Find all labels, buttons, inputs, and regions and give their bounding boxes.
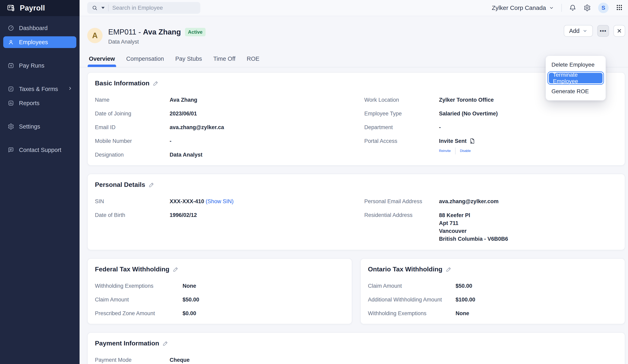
federal-tax-card: Federal Tax Withholding Withholding Exem… xyxy=(87,258,352,324)
field-label: Residential Address xyxy=(364,211,439,243)
disable-link[interactable]: Disable xyxy=(460,149,471,153)
edit-basic-information-button[interactable] xyxy=(153,80,159,86)
tax-cards-row: Federal Tax Withholding Withholding Exem… xyxy=(87,258,625,324)
employee-name: Ava Zhang xyxy=(143,28,181,36)
tab-pay-stubs[interactable]: Pay Stubs xyxy=(175,56,202,67)
user-avatar[interactable]: S xyxy=(598,3,609,13)
portal-access-links: Reinvite Disable xyxy=(439,147,475,154)
sidebar-item-label: Employees xyxy=(19,39,48,46)
apps-grid-button[interactable] xyxy=(616,4,623,12)
search-placeholder: Search in Employee xyxy=(112,5,163,11)
section-title: Payment Information xyxy=(95,340,159,347)
section-title: Basic Information xyxy=(95,79,150,87)
nav-spacer xyxy=(0,74,79,83)
field-value: - xyxy=(439,124,441,131)
pencil-icon xyxy=(173,266,179,272)
sidebar-nav: Dashboard Employees Pay Runs xyxy=(0,16,79,364)
field-value: $0.00 xyxy=(183,310,196,317)
sidebar-item-dashboard[interactable]: Dashboard xyxy=(3,22,76,34)
basic-info-left-column: NameAva Zhang Date of Joining2023/06/01 … xyxy=(95,96,348,158)
personal-details-right-column: Personal Email Addressava.zhang@zylker.c… xyxy=(364,198,618,243)
nav-spacer xyxy=(0,51,79,60)
show-sin-link[interactable]: (Show SIN) xyxy=(206,198,234,204)
field-value: 1996/02/12 xyxy=(170,211,197,219)
address-line: 88 Keefer Pl xyxy=(439,211,508,219)
sidebar-item-employees[interactable]: Employees xyxy=(3,36,76,48)
edit-payment-information-button[interactable] xyxy=(162,340,168,346)
field-label: Work Location xyxy=(364,96,439,104)
section-title: Federal Tax Withholding xyxy=(95,266,169,273)
menu-item-generate-roe[interactable]: Generate ROE xyxy=(546,86,606,97)
search-input[interactable]: Search in Employee xyxy=(87,2,200,14)
field-value: $50.00 xyxy=(456,282,472,290)
sidebar-item-reports[interactable]: Reports xyxy=(3,97,76,109)
nav-spacer xyxy=(0,135,79,144)
close-button[interactable] xyxy=(614,25,625,37)
gear-icon xyxy=(584,4,591,11)
sidebar-item-pay-runs[interactable]: Pay Runs xyxy=(3,60,76,71)
field-label: Name xyxy=(95,96,170,104)
payment-information-card: Payment Information Payment ModeCheque xyxy=(87,332,625,364)
field-value: None xyxy=(183,282,196,290)
more-actions-menu: Delete Employee Terminate Employee Gener… xyxy=(546,56,606,101)
content: A EMP011 - Ava Zhang Active Data Analyst… xyxy=(79,16,628,364)
field-value: Zylker Toronto Office xyxy=(439,96,494,104)
field-label: Designation xyxy=(95,151,170,158)
org-switcher[interactable]: Zylker Corp Canada xyxy=(492,4,554,11)
field-value: $100.00 xyxy=(456,296,475,303)
field-label: Date of Joining xyxy=(95,110,170,117)
address-line: Apt 711 xyxy=(439,219,508,227)
sidebar: Payroll Dashboard Employees xyxy=(0,0,79,364)
pencil-icon xyxy=(446,266,452,272)
more-actions-button[interactable]: ••• xyxy=(597,25,609,37)
field-label: Withholding Exemptions xyxy=(95,282,183,290)
edit-ontario-tax-button[interactable] xyxy=(446,266,452,272)
field-label: Department xyxy=(364,124,439,131)
menu-item-delete-employee[interactable]: Delete Employee xyxy=(546,59,606,70)
basic-information-card: Basic Information NameAva Zhang Date of … xyxy=(87,72,625,166)
tab-overview[interactable]: Overview xyxy=(89,56,115,67)
chevron-down-icon xyxy=(582,28,588,34)
sidebar-item-label: Contact Support xyxy=(19,147,61,153)
field-label: Payment Mode xyxy=(95,356,170,364)
tab-roe[interactable]: ROE xyxy=(247,56,259,67)
sidebar-item-settings[interactable]: Settings xyxy=(3,121,76,132)
sidebar-item-label: Dashboard xyxy=(19,25,48,31)
field-label: SIN xyxy=(95,198,170,205)
employee-header: A EMP011 - Ava Zhang Active Data Analyst… xyxy=(87,16,625,45)
sidebar-item-taxes-forms[interactable]: Taxes & Forms xyxy=(3,83,76,95)
field-label: Prescribed Zone Amount xyxy=(95,310,183,317)
field-value: None xyxy=(456,310,469,317)
invite-status-text: Invite Sent xyxy=(439,137,467,145)
portal-access-value: Invite Sent Reinvite xyxy=(439,137,475,154)
settings-button[interactable] xyxy=(584,4,591,11)
field-value: ava.zhang@zylker.com xyxy=(439,198,499,205)
invite-preview-icon[interactable] xyxy=(469,138,475,144)
edit-personal-details-button[interactable] xyxy=(149,182,155,188)
employee-designation: Data Analyst xyxy=(108,39,206,45)
basic-info-right-column: Work LocationZylker Toronto Office Emplo… xyxy=(364,96,618,158)
tab-compensation[interactable]: Compensation xyxy=(126,56,164,67)
notifications-button[interactable] xyxy=(569,4,576,11)
sidebar-item-contact-support[interactable]: Contact Support xyxy=(3,144,76,156)
field-label: Additional Withholding Amount xyxy=(368,296,456,303)
page-title: EMP011 - Ava Zhang xyxy=(108,28,181,36)
main-area: Search in Employee Zylker Corp Canada xyxy=(79,0,628,364)
add-button[interactable]: Add xyxy=(564,25,593,37)
menu-item-terminate-employee[interactable]: Terminate Employee xyxy=(549,73,603,83)
edit-federal-tax-button[interactable] xyxy=(173,266,179,272)
field-label: Date of Birth xyxy=(95,211,170,219)
ontario-tax-card: Ontario Tax Withholding Claim Amount$50.… xyxy=(360,258,625,324)
search-icon xyxy=(92,5,98,11)
reinvite-link[interactable]: Reinvite xyxy=(439,149,451,153)
field-label: Mobile Number xyxy=(95,137,170,145)
employee-avatar: A xyxy=(87,28,103,43)
tab-time-off[interactable]: Time Off xyxy=(213,56,236,67)
field-value: $50.00 xyxy=(183,296,199,303)
pencil-icon xyxy=(153,80,159,86)
field-label: Employee Type xyxy=(364,110,439,117)
sidebar-item-label: Settings xyxy=(19,123,40,130)
search-scope-caret-icon[interactable] xyxy=(101,7,105,9)
grid-9-icon xyxy=(616,4,623,11)
taxes-forms-icon xyxy=(8,86,14,92)
